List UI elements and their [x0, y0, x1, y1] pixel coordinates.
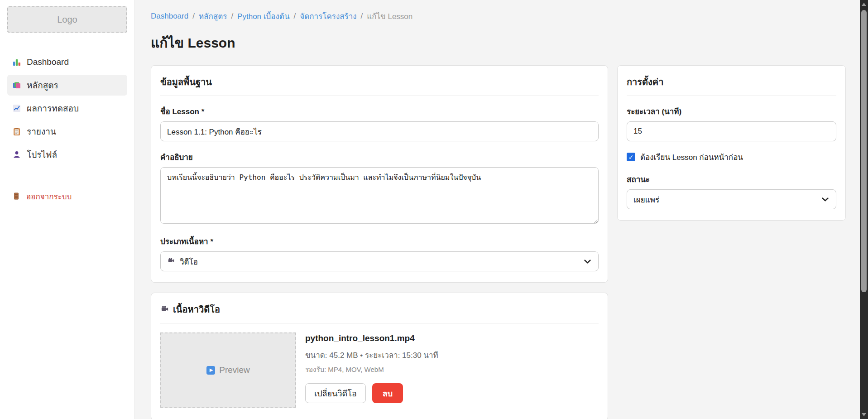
clipboard-icon: [13, 127, 21, 135]
prerequisite-checkbox[interactable]: ✓: [627, 153, 635, 161]
content-type-field-group: ประเภทเนื้อหา * วิดีโอ: [160, 235, 599, 271]
settings-card: การตั้งค่า ระยะเวลา (นาที) ✓ ต้องเรียน L…: [617, 65, 846, 221]
vertical-scrollbar[interactable]: [860, 0, 868, 419]
door-icon: [13, 192, 21, 200]
scroll-down-arrow-icon[interactable]: [862, 413, 866, 416]
sidebar-item-label: Dashboard: [27, 57, 69, 67]
form-columns: ข้อมูลพื้นฐาน ชื่อ Lesson * คำอธิบาย บทเ…: [151, 65, 846, 283]
breadcrumb-separator: /: [192, 12, 195, 21]
video-meta: ขนาด: 45.2 MB • ระยะเวลา: 15:30 นาที: [305, 349, 438, 361]
lesson-name-input[interactable]: [160, 121, 599, 141]
duration-input[interactable]: [627, 121, 836, 141]
status-value: เผยแพร่: [633, 193, 659, 206]
sidebar-item-label: ผลการทดสอบ: [27, 101, 79, 115]
logout-label: ออกจากระบบ: [26, 190, 72, 202]
change-video-button[interactable]: เปลี่ยนวิดีโอ: [305, 383, 366, 403]
breadcrumb-link-courses[interactable]: หลักสูตร: [199, 10, 227, 22]
basic-info-card-title-text: ข้อมูลพื้นฐาน: [160, 75, 212, 89]
sidebar-item-label: รายงาน: [27, 125, 56, 138]
breadcrumb-link-course[interactable]: Python เบื้องต้น: [237, 10, 289, 22]
prerequisite-checkbox-row: ✓ ต้องเรียน Lesson ก่อนหน้าก่อน: [627, 151, 836, 163]
breadcrumb-link-structure[interactable]: จัดการโครงสร้าง: [300, 10, 356, 22]
content-type-value: วิดีโอ: [180, 255, 198, 268]
sidebar-item-label: หลักสูตร: [27, 78, 58, 92]
video-supported-formats: รองรับ: MP4, MOV, WebM: [305, 364, 438, 375]
description-textarea[interactable]: บทเรียนนี้จะอธิบายว่า Python คืออะไร ประ…: [160, 167, 599, 224]
basic-info-card-title: ข้อมูลพื้นฐาน: [160, 75, 599, 96]
logo-placeholder: Logo: [7, 6, 127, 33]
status-label: สถานะ: [627, 173, 836, 185]
breadcrumb-separator: /: [294, 12, 296, 21]
basic-info-card: ข้อมูลพื้นฐาน ชื่อ Lesson * คำอธิบาย บทเ…: [151, 65, 608, 283]
content-type-select[interactable]: วิดีโอ: [160, 251, 599, 271]
sidebar-nav: Dashboard หลักสูตร ผลการทดสอบ รายงาน: [0, 52, 134, 165]
chevron-down-icon: [584, 260, 591, 264]
breadcrumb-separator: /: [361, 12, 363, 21]
video-content-card: เนื้อหาวิดีโอ ▶ Preview python_intro_les…: [151, 293, 608, 419]
lesson-name-label: ชื่อ Lesson *: [160, 105, 599, 117]
video-buttons: เปลี่ยนวิดีโอ ลบ: [305, 383, 438, 403]
settings-card-title: การตั้งค่า: [627, 75, 836, 96]
sidebar-item-profile[interactable]: โปรไฟล์: [7, 144, 127, 165]
chart-up-icon: [13, 104, 21, 112]
settings-card-title-text: การตั้งค่า: [627, 75, 663, 89]
play-icon: ▶: [206, 366, 215, 375]
logo-text: Logo: [57, 14, 77, 25]
sidebar-item-courses[interactable]: หลักสูตร: [7, 75, 127, 96]
logout-link[interactable]: ออกจากระบบ: [7, 187, 127, 205]
video-row: ▶ Preview python_intro_lesson1.mp4 ขนาด:…: [160, 332, 599, 408]
status-field-group: สถานะ เผยแพร่: [627, 173, 836, 209]
main-content: Dashboard / หลักสูตร / Python เบื้องต้น …: [135, 0, 860, 419]
prerequisite-label: ต้องเรียน Lesson ก่อนหน้าก่อน: [640, 151, 743, 163]
video-camera-icon: [167, 257, 175, 265]
chevron-down-icon: [822, 197, 829, 202]
bar-chart-icon: [13, 58, 21, 66]
content-type-label: ประเภทเนื้อหา *: [160, 235, 599, 247]
breadcrumb-link-dashboard[interactable]: Dashboard: [151, 12, 188, 21]
person-icon: [13, 150, 21, 159]
sidebar-item-dashboard[interactable]: Dashboard: [7, 52, 127, 72]
delete-video-button[interactable]: ลบ: [372, 383, 403, 403]
app-root: Logo Dashboard หลักสูตร ผลการทดสอบ: [0, 0, 860, 419]
sidebar-item-label: โปรไฟล์: [27, 148, 57, 161]
sidebar-divider: [7, 176, 127, 176]
breadcrumb-separator: /: [231, 12, 233, 21]
page-title: แก้ไข Lesson: [151, 32, 846, 53]
video-preview-label: Preview: [219, 365, 250, 375]
video-info: python_intro_lesson1.mp4 ขนาด: 45.2 MB •…: [305, 332, 438, 408]
breadcrumb: Dashboard / หลักสูตร / Python เบื้องต้น …: [151, 10, 846, 22]
breadcrumb-current: แก้ไข Lesson: [367, 10, 412, 22]
sidebar-item-reports[interactable]: รายงาน: [7, 121, 127, 142]
scroll-up-arrow-icon[interactable]: [862, 3, 866, 6]
video-preview-box: ▶ Preview: [160, 332, 296, 408]
video-card-title-text: เนื้อหาวิดีโอ: [173, 302, 220, 317]
description-field-group: คำอธิบาย บทเรียนนี้จะอธิบายว่า Python คื…: [160, 151, 599, 226]
lesson-name-field-group: ชื่อ Lesson *: [160, 105, 599, 141]
books-icon: [13, 81, 21, 89]
video-card-title: เนื้อหาวิดีโอ: [160, 302, 599, 323]
duration-label: ระยะเวลา (นาที): [627, 105, 836, 117]
description-label: คำอธิบาย: [160, 151, 599, 163]
status-select[interactable]: เผยแพร่: [627, 189, 836, 209]
video-camera-icon: [160, 305, 168, 313]
scrollbar-thumb[interactable]: [861, 10, 867, 292]
sidebar: Logo Dashboard หลักสูตร ผลการทดสอบ: [0, 0, 135, 419]
video-filename: python_intro_lesson1.mp4: [305, 333, 438, 343]
sidebar-item-test-results[interactable]: ผลการทดสอบ: [7, 98, 127, 119]
duration-field-group: ระยะเวลา (นาที): [627, 105, 836, 141]
